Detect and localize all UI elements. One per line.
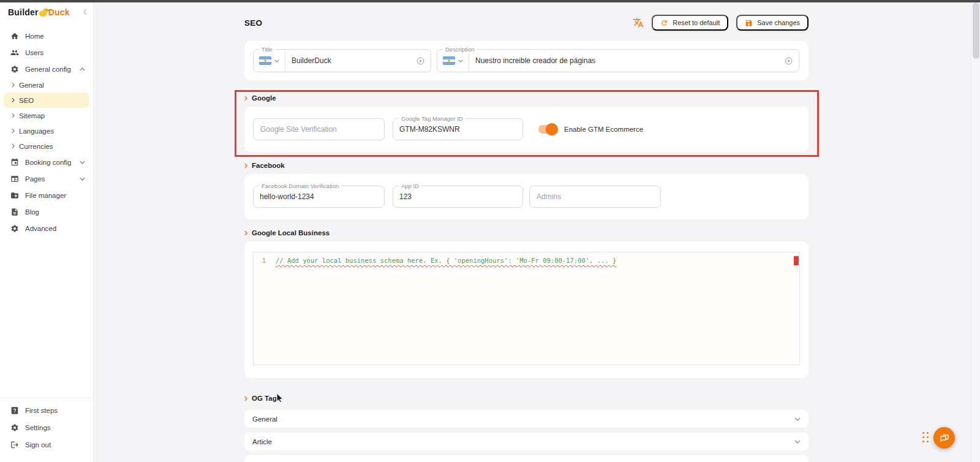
sidebar-item-label: File manager [25, 192, 66, 199]
editor-line: 1 // Add your local business schema here… [254, 252, 799, 265]
gtm-id-field: Google Tag Manager ID [393, 118, 523, 140]
accordion-general[interactable]: General [244, 410, 809, 428]
add-translation-icon[interactable] [416, 56, 425, 66]
sidebar-item-label: General [19, 81, 44, 89]
sidebar-item-label: Currencies [19, 143, 53, 150]
sidebar-collapse-icon[interactable] [83, 9, 87, 15]
sidebar-item-label: Settings [25, 424, 51, 431]
scrollbar-thumb[interactable] [973, 2, 979, 59]
google-section-header[interactable]: Google [244, 93, 809, 103]
sidebar-item-label: General config [25, 66, 71, 73]
chevron-down-icon [274, 59, 279, 62]
sidebar: BuilderDuck Home Users General config Ge… [0, 0, 94, 462]
sidebar-footer: First steps Settings Sign out [0, 398, 93, 462]
window-top-edge [0, 0, 980, 2]
sidebar-item-seo[interactable]: SEO [4, 93, 89, 108]
reset-to-default-button[interactable]: Reset to default [652, 15, 728, 31]
sign-out-icon [10, 441, 19, 449]
section-title: Google Local Business [252, 229, 330, 237]
error-marker [794, 256, 799, 265]
gtm-ecommerce-toggle[interactable] [537, 123, 558, 135]
chevron-down-icon [80, 161, 85, 164]
sidebar-item-label: SEO [19, 97, 34, 104]
og-tags-section: OG Tags General Article [244, 393, 809, 462]
sidebar-item-label: Sign out [25, 441, 51, 449]
accordion-partial[interactable] [244, 455, 809, 462]
facebook-section: Facebook Facebook Domain Verification Ap… [244, 161, 809, 219]
google-site-verification-field [253, 118, 385, 140]
sidebar-item-sitemap[interactable]: Sitemap [4, 108, 89, 123]
facebook-card: Facebook Domain Verification App ID [244, 174, 809, 219]
title-field-label: Title [259, 46, 275, 53]
meta-card: Title Description [244, 41, 809, 80]
advanced-gear-icon [10, 224, 19, 233]
description-language-select[interactable] [437, 50, 469, 72]
sidebar-item-pages[interactable]: Pages [4, 170, 89, 187]
sidebar-item-label: Booking config [25, 159, 71, 166]
admins-field [529, 186, 661, 208]
sidebar-item-currencies[interactable]: Currencies [4, 138, 89, 154]
save-changes-button[interactable]: Save changes [736, 15, 809, 31]
title-language-select[interactable] [254, 50, 285, 72]
description-input[interactable] [469, 56, 784, 65]
accordion-label: General [252, 415, 277, 423]
facebook-section-header[interactable]: Facebook [244, 161, 809, 170]
glb-card: 1 // Add your local business schema here… [244, 241, 809, 378]
logo-builder-text: Builder [8, 7, 39, 17]
sidebar-item-sign-out[interactable]: Sign out [4, 436, 89, 453]
section-title: OG Tags [252, 395, 281, 402]
chat-button[interactable] [933, 427, 955, 449]
accordion-label: Article [252, 438, 272, 445]
chevron-down-icon [458, 59, 463, 62]
description-field: Description [437, 49, 799, 72]
add-translation-icon[interactable] [784, 56, 793, 66]
chevron-up-icon [80, 67, 85, 71]
facebook-domain-input[interactable] [254, 192, 384, 201]
sidebar-item-users[interactable]: Users [4, 44, 89, 61]
chat-icon [939, 433, 950, 444]
accordion-article[interactable]: Article [244, 433, 809, 450]
app-id-input[interactable] [393, 192, 522, 201]
translate-icon[interactable] [633, 17, 644, 28]
sidebar-nav: Home Users General config General SEO Si… [0, 23, 93, 237]
sidebar-item-first-steps[interactable]: First steps [4, 402, 89, 419]
calendar-icon [10, 158, 19, 167]
title-input[interactable] [285, 56, 416, 65]
sidebar-item-advanced[interactable]: Advanced [4, 220, 89, 237]
chevron-right-icon [12, 112, 15, 119]
sidebar-item-home[interactable]: Home [4, 28, 89, 44]
scrollbar-track[interactable] [971, 0, 980, 462]
gtm-id-input[interactable] [393, 125, 522, 134]
chevron-right-icon [12, 143, 15, 150]
google-section: Google Google Tag Manager ID Enable GTM … [244, 93, 809, 152]
reset-icon [660, 19, 668, 27]
sidebar-item-settings[interactable]: Settings [4, 419, 89, 436]
app-id-field: App ID [393, 186, 523, 208]
google-site-verification-input[interactable] [254, 125, 384, 134]
page-header: SEO Reset to default Save changes [244, 15, 809, 31]
sidebar-item-file-manager[interactable]: File manager [4, 187, 89, 203]
admins-input[interactable] [530, 192, 660, 201]
code-comment: // Add your local business schema here. … [276, 256, 616, 265]
google-local-business-section: Google Local Business 1 // Add your loca… [244, 228, 809, 378]
sidebar-item-general[interactable]: General [4, 77, 89, 93]
description-field-label: Description [443, 46, 477, 53]
gtm-ecommerce-toggle-row: Enable GTM Ecommerce [537, 123, 643, 135]
sidebar-item-label: Languages [19, 127, 54, 135]
section-chevron-icon [244, 230, 247, 236]
sidebar-item-blog[interactable]: Blog [4, 203, 89, 220]
widget-drag-handle[interactable] [922, 432, 929, 442]
google-card: Google Tag Manager ID Enable GTM Ecommer… [244, 107, 809, 152]
glb-section-header[interactable]: Google Local Business [244, 228, 809, 238]
main-area: SEO Reset to default Save changes Title [94, 0, 971, 462]
section-title: Facebook [252, 162, 285, 169]
sidebar-item-booking-config[interactable]: Booking config [4, 154, 89, 170]
sidebar-item-label: Pages [25, 175, 45, 183]
sidebar-item-general-config[interactable]: General config [4, 61, 89, 77]
schema-code-editor[interactable]: 1 // Add your local business schema here… [253, 252, 800, 365]
og-tags-section-header[interactable]: OG Tags [244, 393, 809, 403]
sidebar-item-languages[interactable]: Languages [4, 123, 89, 138]
argentina-flag-icon [259, 56, 271, 65]
app-id-label: App ID [399, 183, 421, 189]
line-number: 1 [254, 256, 276, 265]
